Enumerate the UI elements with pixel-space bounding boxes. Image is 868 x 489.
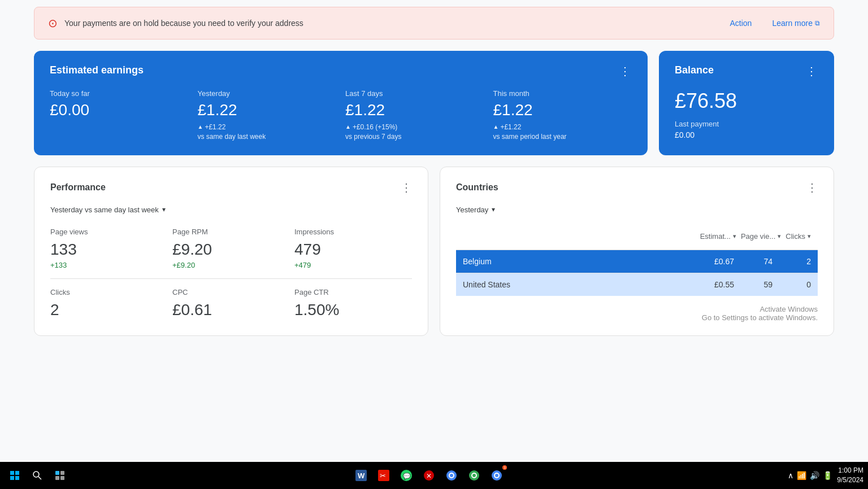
whatsapp-taskbar-icon[interactable]: 💬 xyxy=(396,465,416,486)
alert-learn-more-link[interactable]: Learn more xyxy=(772,19,820,28)
countries-panel-header: Countries ⋮ xyxy=(456,181,818,194)
performance-filter-button[interactable]: Yesterday vs same day last week xyxy=(50,203,166,216)
country-row-us: United States £0.55 59 0 xyxy=(456,273,818,296)
col-clicks-header[interactable]: Clicks xyxy=(785,232,811,241)
search-taskbar-button[interactable] xyxy=(27,465,47,486)
widgets-taskbar-button[interactable] xyxy=(50,465,70,486)
wifi-icon: 📶 xyxy=(797,471,806,480)
performance-panel-header: Performance ⋮ xyxy=(50,181,412,194)
alert-message: Your payments are on hold because you ne… xyxy=(64,19,723,28)
balance-value: £76.58 xyxy=(675,89,818,113)
impressions-label: Impressions xyxy=(294,228,412,236)
svg-rect-5 xyxy=(60,476,64,480)
taskbar: W ✂ 💬 ✕ xyxy=(0,462,868,489)
svg-text:✕: ✕ xyxy=(426,472,432,480)
chrome1-icon xyxy=(446,470,457,481)
performance-menu-button[interactable]: ⋮ xyxy=(401,181,412,194)
earnings-thismonth-value: £1.22 xyxy=(493,101,632,119)
country-name-us: United States xyxy=(463,280,696,289)
cpc-label: CPC xyxy=(172,288,290,296)
metric-pageviews: Page views 133 +133 xyxy=(50,228,168,269)
balance-card: Balance ⋮ £76.58 Last payment £0.00 xyxy=(659,51,834,155)
search-icon xyxy=(33,471,42,480)
earnings-card: Estimated earnings ⋮ Today so far £0.00 … xyxy=(34,51,648,155)
clicks-value: 2 xyxy=(50,301,168,319)
chrome2-taskbar-icon[interactable] xyxy=(464,465,484,486)
pageviews-label: Page views xyxy=(50,228,168,236)
svg-point-22 xyxy=(495,474,498,477)
start-button[interactable] xyxy=(5,465,25,486)
earnings-yesterday: Yesterday £1.22 +£1.22 vs same day last … xyxy=(198,89,337,142)
svg-text:W: W xyxy=(358,471,365,480)
metric-impressions: Impressions 479 +479 xyxy=(294,228,412,269)
svg-text:💬: 💬 xyxy=(403,472,411,480)
earnings-thismonth-delta: +£1.22 vs same period last year xyxy=(493,123,632,142)
taskbar-left xyxy=(5,465,70,486)
panels-row: Performance ⋮ Yesterday vs same day last… xyxy=(34,167,834,336)
alert-action-button[interactable]: Action xyxy=(730,19,752,28)
earnings-card-header: Estimated earnings ⋮ xyxy=(50,64,632,78)
metric-clicks: Clicks 2 xyxy=(50,288,168,321)
impressions-delta: +479 xyxy=(294,261,412,269)
performance-panel-title: Performance xyxy=(50,182,106,193)
balance-card-header: Balance ⋮ xyxy=(675,64,818,78)
performance-metrics-row2: Clicks 2 CPC £0.61 Page CTR 1.50% xyxy=(50,288,412,321)
svg-rect-2 xyxy=(55,471,59,475)
close-circle-icon: ✕ xyxy=(423,470,435,481)
windows-activation-watermark: Activate Windows Go to Settings to activ… xyxy=(456,305,818,322)
cut-taskbar-icon[interactable]: ✂ xyxy=(374,465,394,486)
performance-panel: Performance ⋮ Yesterday vs same day last… xyxy=(34,167,428,336)
alert-banner: ⊙ Your payments are on hold because you … xyxy=(34,7,834,40)
svg-text:✂: ✂ xyxy=(380,471,386,480)
country-estimated-belgium: £0.67 xyxy=(700,257,734,266)
cpc-value: £0.61 xyxy=(172,301,290,319)
close-circle-taskbar-icon[interactable]: ✕ xyxy=(419,465,439,486)
countries-filter-button[interactable]: Yesterday xyxy=(456,203,495,216)
country-pageviews-us: 59 xyxy=(739,280,772,289)
svg-rect-4 xyxy=(55,476,59,480)
countries-col-headers: Estimat... Page vie... Clicks xyxy=(456,228,818,245)
metric-pagerpm: Page RPM £9.20 +£9.20 xyxy=(172,228,290,269)
earnings-last7-label: Last 7 days xyxy=(345,89,484,98)
taskbar-clock[interactable]: 1:00 PM 9/5/2024 xyxy=(837,466,863,485)
chrome1-taskbar-icon[interactable] xyxy=(441,465,462,486)
taskbar-center: W ✂ 💬 ✕ xyxy=(70,465,788,486)
earnings-last7: Last 7 days £1.22 +£0.16 (+15%) vs previ… xyxy=(345,89,484,142)
battery-icon: 🔋 xyxy=(823,471,832,480)
taskbar-date-display: 9/5/2024 xyxy=(837,475,863,485)
earnings-today-label: Today so far xyxy=(50,89,189,98)
countries-menu-button[interactable]: ⋮ xyxy=(806,181,818,194)
main-content: Estimated earnings ⋮ Today so far £0.00 … xyxy=(0,46,868,336)
svg-point-0 xyxy=(33,471,39,477)
svg-point-16 xyxy=(450,474,453,477)
countries-panel: Countries ⋮ Yesterday Estimat... Page vi… xyxy=(440,167,834,336)
taskbar-system-icons: ∧ 📶 🔊 🔋 xyxy=(788,471,832,480)
pageviews-value: 133 xyxy=(50,241,168,259)
windows-logo-icon xyxy=(10,471,19,480)
perf-divider xyxy=(50,278,412,279)
svg-line-1 xyxy=(38,477,41,479)
earnings-yesterday-value: £1.22 xyxy=(198,101,337,119)
earnings-last7-delta: +£0.16 (+15%) vs previous 7 days xyxy=(345,123,484,142)
balance-last-payment-label: Last payment xyxy=(675,120,818,128)
taskbar-right: ∧ 📶 🔊 🔋 1:00 PM 9/5/2024 xyxy=(788,466,863,485)
cut-icon: ✂ xyxy=(378,470,389,481)
country-clicks-us: 0 xyxy=(777,280,811,289)
earnings-thismonth: This month £1.22 +£1.22 vs same period l… xyxy=(493,89,632,142)
country-row-belgium: Belgium £0.67 74 2 xyxy=(456,250,818,273)
earnings-today-value: £0.00 xyxy=(50,101,189,119)
performance-metrics-row1: Page views 133 +133 Page RPM £9.20 +£9.2… xyxy=(50,228,412,269)
chrome3-taskbar-icon[interactable]: 1 xyxy=(487,465,507,486)
pagectr-value: 1.50% xyxy=(294,301,412,319)
countries-panel-title: Countries xyxy=(456,182,498,193)
earnings-yesterday-label: Yesterday xyxy=(198,89,337,98)
notification-badge: 1 xyxy=(502,465,507,470)
pagerpm-label: Page RPM xyxy=(172,228,290,236)
earnings-menu-button[interactable]: ⋮ xyxy=(619,64,632,78)
earnings-grid: Today so far £0.00 Yesterday £1.22 +£1.2… xyxy=(50,89,632,142)
chevron-up-icon[interactable]: ∧ xyxy=(788,471,793,480)
col-estimated-header[interactable]: Estimat... xyxy=(700,232,736,241)
col-pageviews-header[interactable]: Page vie... xyxy=(741,232,781,241)
balance-menu-button[interactable]: ⋮ xyxy=(806,64,818,78)
word-taskbar-icon[interactable]: W xyxy=(351,465,371,486)
